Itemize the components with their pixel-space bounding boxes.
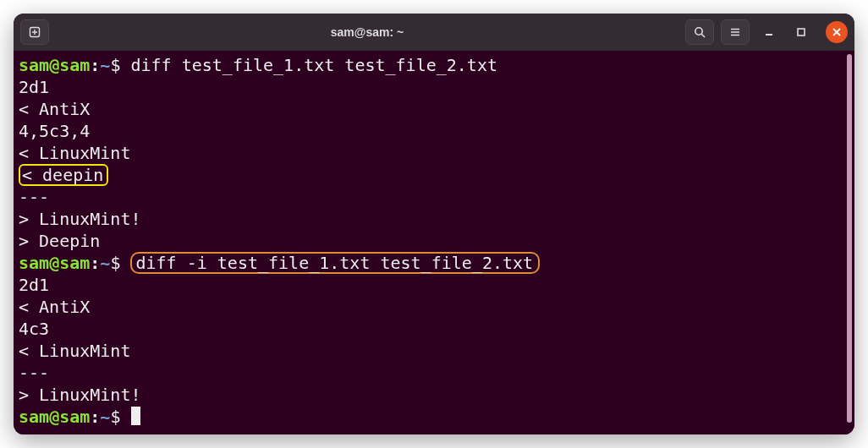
prompt-host: sam bbox=[59, 55, 90, 75]
search-button[interactable] bbox=[685, 19, 714, 45]
prompt-host: sam bbox=[59, 407, 90, 427]
window-title: sam@sam: ~ bbox=[54, 25, 680, 39]
minimize-button[interactable] bbox=[756, 19, 782, 45]
output-line: > LinuxMint! bbox=[19, 209, 141, 229]
search-icon bbox=[693, 25, 706, 39]
prompt-user: sam bbox=[19, 55, 49, 75]
new-tab-icon bbox=[28, 25, 41, 39]
output-line: > Deepin bbox=[19, 231, 100, 251]
command-2: diff -i test_file_1.txt test_file_2.txt bbox=[135, 253, 533, 273]
prompt-symbol: $ bbox=[110, 253, 120, 273]
prompt-at: @ bbox=[49, 55, 59, 75]
prompt-colon: : bbox=[90, 55, 100, 75]
prompt-colon: : bbox=[90, 407, 100, 427]
output-line: --- bbox=[19, 187, 49, 207]
output-line: 4,5c3,4 bbox=[19, 121, 90, 141]
new-tab-button[interactable] bbox=[20, 19, 49, 45]
terminal-window: sam@sam: ~ bbox=[14, 14, 854, 434]
titlebar: sam@sam: ~ bbox=[14, 14, 854, 51]
output-line: 2d1 bbox=[19, 77, 49, 97]
close-icon bbox=[832, 27, 842, 37]
maximize-button[interactable] bbox=[788, 19, 814, 45]
prompt-at: @ bbox=[49, 407, 59, 427]
prompt-at: @ bbox=[49, 253, 59, 273]
output-line: 2d1 bbox=[19, 275, 49, 295]
svg-rect-9 bbox=[798, 29, 805, 36]
svg-point-3 bbox=[695, 28, 702, 35]
minimize-icon bbox=[763, 26, 775, 38]
prompt-path: ~ bbox=[100, 407, 110, 427]
prompt-user: sam bbox=[19, 253, 49, 273]
output-line: < deepin bbox=[22, 165, 103, 185]
terminal-viewport: sam@sam:~$ diff test_file_1.txt test_fil… bbox=[14, 51, 854, 434]
output-line: < LinuxMint bbox=[19, 341, 130, 361]
output-line: < AntiX bbox=[19, 297, 90, 317]
prompt-symbol: $ bbox=[110, 407, 120, 427]
titlebar-right bbox=[685, 19, 848, 45]
highlight-orange: diff -i test_file_1.txt test_file_2.txt bbox=[130, 252, 540, 274]
output-line: --- bbox=[19, 363, 49, 383]
prompt-symbol: $ bbox=[110, 55, 120, 75]
terminal[interactable]: sam@sam:~$ diff test_file_1.txt test_fil… bbox=[14, 51, 854, 434]
close-button[interactable] bbox=[826, 21, 848, 43]
output-line: > LinuxMint! bbox=[19, 385, 141, 405]
output-line: 4c3 bbox=[19, 319, 49, 339]
titlebar-left bbox=[20, 19, 49, 45]
maximize-icon bbox=[795, 26, 807, 38]
prompt-path: ~ bbox=[100, 55, 110, 75]
command-1: diff test_file_1.txt test_file_2.txt bbox=[130, 55, 497, 75]
prompt-colon: : bbox=[90, 253, 100, 273]
output-line: < AntiX bbox=[19, 99, 90, 119]
prompt-path: ~ bbox=[100, 253, 110, 273]
output-line: < LinuxMint bbox=[19, 143, 130, 163]
prompt-user: sam bbox=[19, 407, 49, 427]
svg-line-4 bbox=[701, 34, 705, 37]
menu-icon bbox=[728, 25, 742, 39]
highlight-yellow: < deepin bbox=[19, 164, 108, 186]
scrollbar[interactable] bbox=[847, 54, 852, 423]
cursor bbox=[131, 407, 140, 425]
menu-button[interactable] bbox=[721, 19, 750, 45]
prompt-host: sam bbox=[59, 253, 90, 273]
